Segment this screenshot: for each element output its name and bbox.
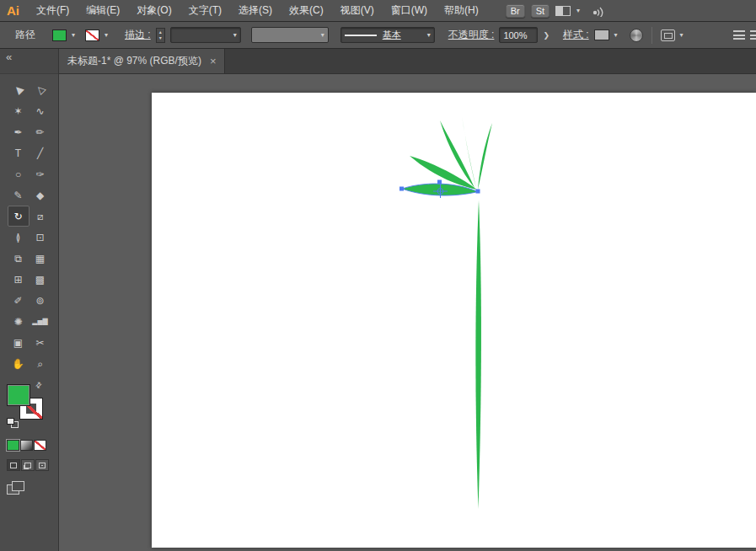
free-transform-tool[interactable]: ⊡ [29,227,51,248]
spin-down-icon[interactable]: ▾ [159,35,162,40]
default-fill-stroke-icon[interactable] [7,418,19,428]
scale-icon: ⧄ [37,211,44,222]
width-tool[interactable]: ≬ [8,227,29,248]
collapse-panel-icon[interactable]: « [3,51,14,63]
share-icon[interactable] [591,4,607,17]
zoom-icon: ⌕ [37,358,43,370]
draw-inside-button[interactable] [35,459,49,471]
fill-caret-icon[interactable]: ▾ [72,31,75,39]
brush-definition-combo[interactable]: ▾ [251,27,329,43]
stroke-style-combo[interactable]: 基本 ▾ [340,27,435,43]
fill-swatch[interactable] [7,384,30,406]
perspective-grid-icon: ▦ [35,253,45,265]
menu-select[interactable]: 选择(S) [230,0,281,21]
mesh-tool[interactable]: ⊞ [8,269,29,290]
menu-window[interactable]: 窗口(W) [383,0,436,21]
line-icon: ╱ [37,147,43,159]
zoom-tool[interactable]: ⌕ [29,353,51,374]
divider [651,27,652,44]
document-tab-title: 未标题-1* @ 97% (RGB/预览) [67,54,201,68]
pencil-tool[interactable]: ✎ [8,185,29,206]
symbol-sprayer-icon: ✺ [13,316,22,328]
stroke-weight-label[interactable]: 描边 : [125,28,151,42]
style-caret-icon[interactable]: ▾ [614,31,618,39]
mesh-icon: ⊞ [13,274,22,286]
menu-type[interactable]: 文字(T) [180,0,230,21]
magic-wand-tool[interactable]: ✶ [8,100,29,121]
document-setup-icon[interactable] [661,29,675,41]
chevron-down-icon[interactable]: ▾ [576,7,580,14]
hand-icon: ✋ [12,358,24,370]
artboard[interactable] [152,93,756,548]
opacity-value: 100% [503,30,527,40]
style-label[interactable]: 样式 : [563,28,589,42]
document-tab-bar: 未标题-1* @ 97% (RGB/预览) × [59,49,756,74]
opacity-flyout-icon[interactable]: ❯ [543,31,550,40]
chevron-down-icon[interactable]: ▾ [229,31,237,39]
color-button[interactable] [7,440,19,451]
eyedropper-tool[interactable]: ✐ [8,290,29,311]
selection-icon: ▶ [11,83,24,96]
close-tab-icon[interactable]: × [210,55,217,67]
line-segment-tool[interactable]: ╱ [29,142,51,163]
menu-help[interactable]: 帮助(H) [436,0,487,21]
control-bar: 路径 ▾ ▾ 描边 : ▴ ▾ ▾ ▾ 基本 ▾ 不透明度 : 100% ❯ 样… [0,22,756,49]
blend-tool[interactable]: ⊚ [29,290,51,311]
column-graph-tool[interactable]: ▂▅▇ [29,311,51,332]
pen-tool[interactable]: ✒ [8,121,29,142]
menu-view[interactable]: 视图(V) [332,0,383,21]
none-button[interactable] [34,440,46,451]
swap-fill-stroke-icon[interactable]: ⇄ [34,380,44,390]
bridge-button[interactable]: Br [506,4,525,18]
recolor-artwork-icon[interactable] [630,29,643,42]
screen-mode-button[interactable] [7,481,25,495]
paint-mode-buttons [7,440,58,451]
direct-selection-tool[interactable]: ▷ [29,79,51,100]
eraser-tool[interactable]: ◆ [29,185,51,206]
stock-button[interactable]: St [531,4,550,18]
stroke-weight-stepper[interactable]: ▴ ▾ [156,28,165,43]
gradient-tool[interactable]: ▩ [29,269,51,290]
graphic-style-swatch[interactable] [594,29,609,40]
menu-file[interactable]: 文件(F) [28,0,78,21]
spin-up-icon[interactable]: ▴ [159,29,162,35]
menu-edit[interactable]: 编辑(E) [78,0,128,21]
hand-tool[interactable]: ✋ [8,353,29,374]
selection-tool[interactable]: ▶ [8,79,29,100]
magic-wand-icon: ✶ [13,105,22,117]
workspace-switcher-icon[interactable] [555,6,571,16]
scale-tool[interactable]: ⧄ [29,206,51,227]
draw-normal-button[interactable] [7,459,20,471]
align-panel-icon-2[interactable] [750,30,756,40]
type-tool[interactable]: T [8,142,29,163]
canvas-area[interactable] [59,74,756,551]
align-panel-icon[interactable] [733,30,745,40]
rotate-icon: ↻ [13,211,22,222]
chevron-down-icon[interactable]: ▾ [423,31,431,39]
draw-behind-button[interactable] [21,459,35,471]
stroke-style-value: 基本 [383,29,401,41]
shape-builder-tool[interactable]: ⧉ [8,248,29,269]
stroke-color-swatch[interactable] [85,29,99,41]
menu-object[interactable]: 对象(O) [128,0,180,21]
gradient-button[interactable] [20,440,33,451]
perspective-grid-tool[interactable]: ▦ [29,248,51,269]
menu-effect[interactable]: 效果(C) [281,0,332,21]
opacity-input[interactable]: 100% [499,27,538,43]
free-transform-icon: ⊡ [35,232,44,243]
stroke-caret-icon[interactable]: ▾ [105,31,108,39]
chevron-down-icon[interactable]: ▾ [680,31,684,39]
ellipse-tool[interactable]: ○ [8,163,29,185]
curvature-tool[interactable]: ✏ [29,121,51,142]
slice-tool[interactable]: ✂ [29,332,51,353]
artboard-tool[interactable]: ▣ [8,332,29,353]
opacity-label[interactable]: 不透明度 : [448,28,495,42]
paintbrush-tool[interactable]: ✑ [29,163,51,185]
rotate-tool[interactable]: ↻ [8,206,29,227]
stroke-weight-combo[interactable]: ▾ [170,27,241,43]
fill-color-swatch[interactable] [52,29,67,41]
chevron-down-icon[interactable]: ▾ [317,31,324,39]
lasso-tool[interactable]: ∿ [29,100,51,121]
symbol-sprayer-tool[interactable]: ✺ [8,311,29,332]
document-tab[interactable]: 未标题-1* @ 97% (RGB/预览) × [59,49,225,73]
